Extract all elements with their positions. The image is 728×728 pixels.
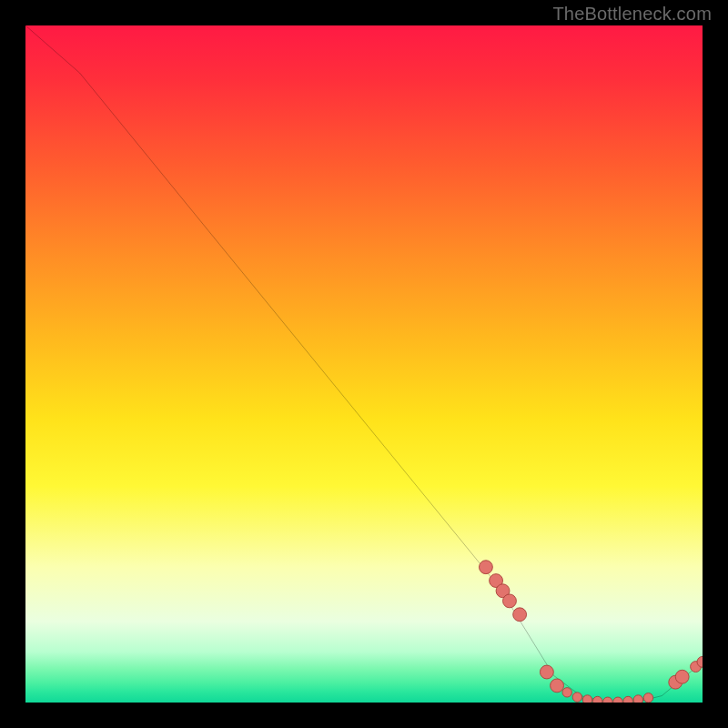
curve-marker: [582, 695, 592, 703]
curve-marker: [572, 693, 581, 702]
chart-container: TheBottleneck.com: [0, 0, 728, 728]
watermark-text: TheBottleneck.com: [552, 4, 712, 25]
plot-area: [25, 25, 703, 703]
bottleneck-curve-line: [25, 25, 703, 703]
curve-layer: [25, 25, 703, 703]
curve-marker: [675, 670, 689, 683]
curve-marker: [592, 696, 602, 703]
curve-marker: [551, 679, 564, 693]
curve-marker: [503, 594, 517, 608]
curve-markers: [479, 561, 703, 703]
curve-marker: [479, 561, 492, 574]
curve-marker: [562, 688, 571, 697]
curve-marker: [623, 696, 632, 703]
curve-marker: [613, 697, 622, 703]
curve-marker: [540, 665, 553, 679]
curve-marker: [633, 695, 642, 703]
curve-marker: [603, 697, 612, 703]
curve-marker: [513, 608, 527, 622]
curve-marker: [643, 693, 652, 703]
